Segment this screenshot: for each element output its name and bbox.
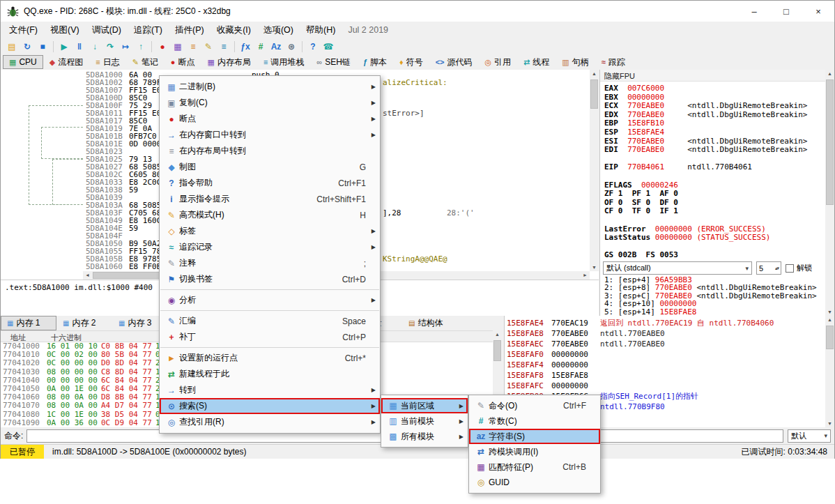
scrollbar-thumb[interactable]: [826, 326, 834, 349]
disasm-vertical-scrollbar[interactable]: ▲ ▼: [590, 70, 599, 271]
menu-item-assemble[interactable]: ✎汇编Space▶: [160, 313, 380, 329]
stack-row[interactable]: 15E8FAF000000000: [507, 349, 829, 360]
menu-item-set-new-origin[interactable]: ►设置新的运行点Ctrl+*▶: [160, 350, 380, 366]
tab-script[interactable]: ƒ脚本: [357, 55, 393, 69]
appearance-button[interactable]: Az: [268, 40, 284, 54]
scroll-right-icon[interactable]: ►: [583, 273, 588, 277]
menu-item-binary[interactable]: ▦二进制(B)▶: [160, 79, 380, 95]
register-row[interactable]: EDI 770EABE0 <ntdll.DbgUiRemoteBreakin>: [604, 146, 825, 155]
menu-item-toggle-bookmark[interactable]: ⚑切换书签Ctrl+D▶: [160, 271, 380, 287]
menu-item-graph[interactable]: ◆制图G▶: [160, 159, 380, 175]
menu-item[interactable]: ▶: [160, 287, 379, 292]
tab-dump-2[interactable]: ▦内存 2: [56, 316, 112, 330]
checkbox-icon[interactable]: [786, 264, 794, 273]
unlock-checkbox[interactable]: 解锁: [786, 263, 812, 273]
menu-item-current-region[interactable]: ▦当前区域▶: [381, 398, 468, 413]
scrollbar-thumb[interactable]: [826, 79, 834, 205]
tab-dump-1[interactable]: ▦内存 1: [1, 316, 56, 330]
menu-item[interactable]: ▶: [160, 345, 379, 350]
scroll-left-icon[interactable]: ◄: [85, 273, 90, 277]
pause-button[interactable]: ‖: [72, 40, 87, 54]
menu-item-current-module[interactable]: ▥当前模块▶: [381, 413, 468, 429]
stack-row[interactable]: 15E8FAE8770EABE0ntdll.770EABE0: [507, 328, 829, 339]
help-button[interactable]: ?: [305, 40, 321, 54]
stack-row[interactable]: 15E8FAE4770EAC19返回到 ntdll.770EAC19 自 ntd…: [507, 318, 829, 328]
stack-scrollbar[interactable]: ▲ ▼: [825, 316, 834, 427]
menu-item-new-thread-here[interactable]: ⇄新建线程于此▶: [160, 366, 380, 382]
menu-item-label[interactable]: ◇标签▶: [160, 223, 380, 239]
menu-item-patch[interactable]: +补丁Ctrl+P▶: [160, 329, 380, 345]
breakpoints-button[interactable]: ●: [155, 40, 170, 54]
menu-plugins[interactable]: 插件(P): [169, 22, 210, 38]
calling-convention-select[interactable]: 默认 (stdcall)▾: [603, 261, 752, 275]
memory-map-button[interactable]: ▦: [170, 40, 185, 54]
menu-options[interactable]: 选项(O): [257, 22, 300, 38]
registers-scrollbar[interactable]: ▲ ▼: [825, 70, 834, 316]
scroll-down-icon[interactable]: ▼: [825, 421, 834, 426]
menu-item-comment[interactable]: ✎注释;▶: [160, 255, 380, 271]
register-row[interactable]: CF 0 TF 0 IF 1: [604, 207, 825, 216]
open-file-button[interactable]: ▤: [4, 40, 20, 54]
build-date[interactable]: Jul 2 2019: [342, 23, 394, 37]
menu-item-find-references[interactable]: ◎查找引用(R)▶: [160, 414, 380, 430]
execute-till-return-button[interactable]: ↦: [118, 40, 133, 54]
menu-item-command[interactable]: ✎命令(O)Ctrl+F▶: [469, 398, 600, 413]
menu-item-goto[interactable]: →转到▶: [160, 382, 380, 398]
menu-item-follow-in-memory-map[interactable]: ≡在内存布局中转到▶: [160, 143, 380, 159]
tab-threads[interactable]: ⇄线程: [517, 55, 556, 69]
close-button[interactable]: ×: [802, 1, 834, 22]
step-out-button[interactable]: ↑: [133, 40, 148, 54]
settings-button[interactable]: ⊛: [284, 40, 299, 54]
tab-handles[interactable]: ▥句柄: [556, 55, 595, 69]
call-stack-button[interactable]: ≡: [216, 40, 231, 54]
menu-item-guid[interactable]: ◎GUID▶: [469, 475, 600, 490]
stack-row[interactable]: 15E8FAEC770EABE0ntdll.770EABE0: [507, 339, 829, 349]
tab-references[interactable]: ◎引用: [478, 55, 517, 69]
scroll-down-icon[interactable]: ▼: [825, 310, 834, 314]
menu-item-breakpoint[interactable]: ●断点▶: [160, 111, 380, 127]
report-bug-button[interactable]: ☎: [321, 40, 336, 54]
menu-item-search[interactable]: ⊙搜索(S)▶: [160, 398, 380, 414]
step-into-button[interactable]: ↓: [87, 40, 102, 54]
symbols-button[interactable]: #: [253, 40, 268, 54]
menu-item-analysis[interactable]: ◉分析▶: [160, 292, 380, 308]
log-button[interactable]: ≡: [185, 40, 201, 54]
stop-button[interactable]: ■: [35, 40, 50, 54]
tab-seh[interactable]: ∞SEH链: [310, 55, 357, 69]
menu-item-all-modules[interactable]: ▩所有模块▶: [381, 429, 468, 444]
tab-log[interactable]: ≡日志: [89, 55, 125, 69]
maximize-button[interactable]: □: [770, 1, 802, 22]
register-row[interactable]: GS 002B FS 0053: [604, 251, 825, 260]
menu-favourites[interactable]: 收藏夹(I): [210, 22, 257, 38]
menu-item-show-mnemonic-brief[interactable]: i显示指令提示Ctrl+Shift+F1▶: [160, 191, 380, 207]
scrollbar-thumb[interactable]: [590, 79, 598, 109]
registers-panel[interactable]: 隐藏FPU EAX 007C6000 EBX 00000000 ECX 770E…: [599, 70, 834, 316]
tab-source[interactable]: <>源代码: [429, 55, 479, 69]
step-over-button[interactable]: ↷: [102, 40, 118, 54]
menu-item-intermodular-calls[interactable]: ⇄跨模块调用(I)▶: [469, 444, 600, 459]
menu-item-pattern[interactable]: ▦匹配特征(P)Ctrl+B▶: [469, 459, 600, 475]
tab-call-stack[interactable]: ≡调用堆栈: [257, 55, 310, 69]
scrollbar-thumb[interactable]: [493, 340, 501, 361]
tab-struct[interactable]: ▤结构体: [402, 316, 458, 330]
tab-cpu[interactable]: ▦CPU: [3, 55, 43, 69]
tab-notes[interactable]: ✎笔记: [126, 55, 164, 69]
menu-item-help-on-mnemonic[interactable]: ?指令帮助Ctrl+F1▶: [160, 175, 380, 191]
argument-row[interactable]: 5: [esp+14] 15E8FAE8: [604, 308, 825, 316]
menu-item-constant[interactable]: #常数(C)▶: [469, 413, 600, 429]
menu-trace[interactable]: 追踪(T): [128, 22, 169, 38]
script-button[interactable]: ƒx: [238, 40, 253, 54]
tab-graph[interactable]: ◆流程图: [43, 55, 89, 69]
scroll-up-icon[interactable]: ▲: [825, 71, 834, 76]
scroll-up-icon[interactable]: ▲: [590, 71, 599, 76]
menu-item-string-references[interactable]: az字符串(S)▶: [469, 429, 600, 444]
stack-row[interactable]: 15E8FAF815E8FAE8: [507, 370, 829, 381]
spinner-arrows-icon[interactable]: ▴▾: [775, 266, 779, 271]
register-row[interactable]: LastStatus 00000000 (STATUS_SUCCESS): [604, 234, 825, 243]
scroll-up-icon[interactable]: ▲: [493, 332, 502, 337]
tab-memory-map[interactable]: ▦内存布局: [201, 55, 257, 69]
tab-symbols[interactable]: ♦符号: [393, 55, 429, 69]
minimize-button[interactable]: –: [738, 1, 770, 22]
notes-button[interactable]: ✎: [201, 40, 216, 54]
menu-help[interactable]: 帮助(H): [300, 22, 342, 38]
